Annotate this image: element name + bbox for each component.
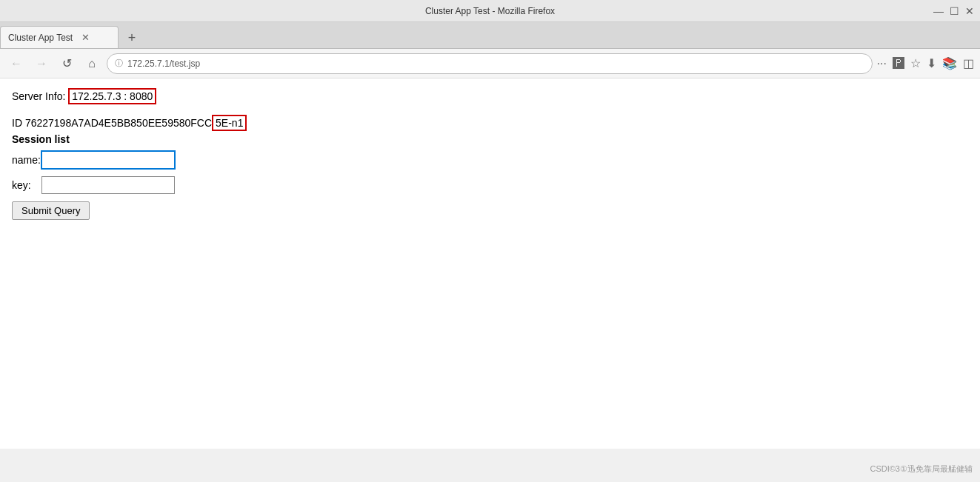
page-content: Server Info: 172.25.7.3 : 8080 ID 762271… [0, 78, 980, 449]
tab-label: Cluster App Test [8, 33, 73, 43]
active-tab[interactable]: Cluster App Test ✕ [0, 26, 119, 48]
name-input[interactable] [41, 151, 175, 169]
submit-row: Submit Query [12, 201, 968, 220]
window-title: Cluster App Test - Mozilla Firefox [425, 6, 555, 16]
title-bar: Cluster App Test - Mozilla Firefox — ☐ ✕ [0, 0, 980, 22]
key-input[interactable] [41, 176, 175, 194]
name-label: name: [12, 154, 41, 166]
nav-bar: ← → ↺ ⌂ ⓘ 172.25.7.1/test.jsp ··· 🅿 ☆ ⬇ … [0, 49, 980, 78]
url-bar[interactable]: ⓘ 172.25.7.1/test.jsp [107, 53, 873, 74]
back-icon: ← [10, 57, 22, 70]
url-security-icon: ⓘ [115, 58, 123, 69]
server-info-value: 172.25.7.3 : 8080 [68, 88, 156, 104]
tab-close-button[interactable]: ✕ [81, 32, 90, 43]
back-button[interactable]: ← [6, 53, 27, 74]
maximize-button[interactable]: ☐ [950, 5, 959, 17]
sidebar-button[interactable]: ◫ [963, 56, 974, 70]
session-list-title: Session list [12, 133, 968, 145]
library-button[interactable]: 📚 [942, 56, 957, 70]
window-controls: — ☐ ✕ [933, 5, 974, 17]
refresh-button[interactable]: ↺ [56, 53, 77, 74]
url-text: 172.25.7.1/test.jsp [127, 58, 864, 69]
session-id-line: ID 76227198A7AD4E5BB850EE59580FCC5E-n1 [12, 117, 968, 129]
server-info-label: Server Info: [12, 90, 65, 102]
download-button[interactable]: ⬇ [927, 56, 936, 70]
server-info-line: Server Info: 172.25.7.3 : 8080 [12, 90, 968, 102]
close-button[interactable]: ✕ [965, 5, 974, 17]
home-icon: ⌂ [88, 57, 96, 70]
new-tab-button[interactable]: + [121, 27, 142, 48]
nav-right-icons: ··· 🅿 ☆ ⬇ 📚 ◫ [877, 56, 974, 70]
name-row: name: [12, 151, 968, 169]
forward-button[interactable]: → [31, 53, 52, 74]
session-id-suffix: 5E-n1 [212, 115, 247, 131]
key-row: key: [12, 176, 968, 194]
session-id-prefix: ID 76227198A7AD4E5BB850EE59580FCC [12, 117, 212, 129]
forward-icon: → [36, 57, 47, 70]
refresh-icon: ↺ [62, 56, 72, 70]
submit-button[interactable]: Submit Query [12, 201, 90, 220]
key-label: key: [12, 179, 41, 191]
pocket-button[interactable]: 🅿 [893, 57, 904, 70]
home-button[interactable]: ⌂ [81, 53, 102, 74]
tab-bar: Cluster App Test ✕ + [0, 22, 980, 49]
minimize-button[interactable]: — [933, 5, 944, 17]
bookmark-button[interactable]: ☆ [910, 56, 921, 70]
more-button[interactable]: ··· [877, 57, 887, 70]
